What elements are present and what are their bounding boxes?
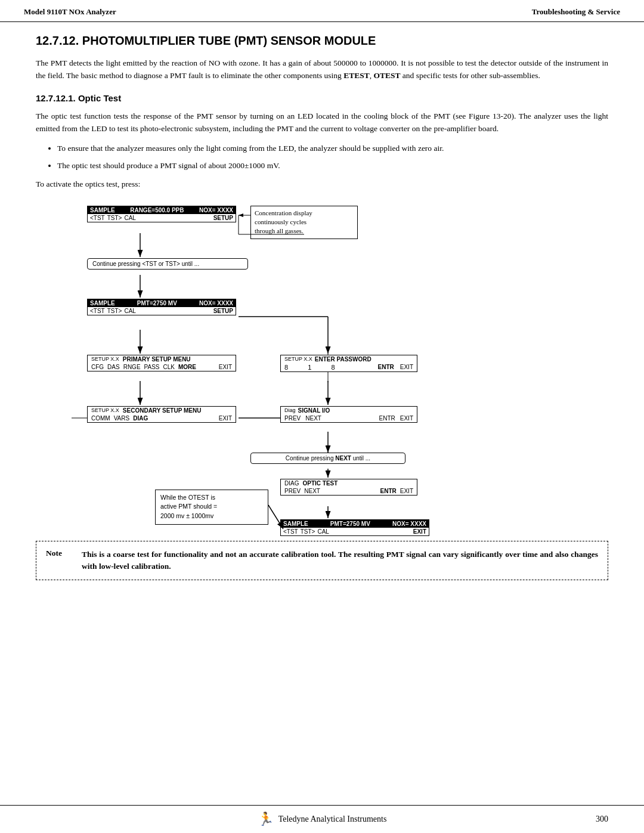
pw-label: SETUP X.X: [284, 356, 312, 362]
lcd1-tst-right: TST>: [107, 215, 122, 221]
footer-page: 300: [596, 815, 608, 824]
bullet-list: To ensure that the analyzer measures onl…: [57, 143, 608, 172]
pri-more: MORE: [178, 364, 196, 370]
note-section: Note This is a coarse test for functiona…: [36, 541, 608, 581]
pw-title: ENTER PASSWORD: [315, 356, 371, 363]
primary-title: PRIMARY SETUP MENU: [123, 356, 191, 363]
optic-prev: PREV: [284, 488, 301, 494]
lcd3-pmt: PMT=2750 MV: [330, 521, 370, 527]
lcd2-nox: NOX= XXXX: [199, 300, 233, 306]
password-box: SETUP X.X ENTER PASSWORD 8 1 8 ENTR EXIT: [280, 355, 417, 372]
header-right: Troubleshooting & Service: [532, 7, 620, 17]
lcd3-cal: CAL: [317, 528, 329, 535]
secondary-label: SETUP X.X: [91, 407, 119, 413]
otest-text: While the OTEST isactive PMT should =200…: [160, 494, 217, 520]
pri-das: DAS: [107, 364, 120, 370]
pri-exit: EXIT: [219, 364, 232, 370]
note-text: This is a coarse test for functionality …: [82, 549, 598, 573]
annotation-text: Concentration displaycontinuously cycles…: [255, 209, 312, 235]
page-content: 12.7.12. PHOTOMULTIPLIER TUBE (PMT) SENS…: [0, 22, 644, 805]
optic-paragraph: The optic test function tests the respon…: [36, 110, 608, 135]
intro-paragraph: The PMT detects the light emitted by the…: [36, 57, 608, 82]
bullet-1: To ensure that the analyzer measures onl…: [57, 143, 608, 155]
lcd2-tst-right: TST>: [107, 308, 122, 314]
footer-logo-icon: 🏃: [258, 812, 274, 827]
otest-note-box: While the OTEST isactive PMT should =200…: [155, 490, 268, 525]
sec-exit: EXIT: [219, 415, 232, 422]
secondary-setup-menu: SETUP X.X SECONDARY SETUP MENU COMM VARS…: [87, 406, 236, 423]
signal-io-box: Diag SIGNAL I/O PREV NEXT ENTR EXIT: [280, 406, 417, 423]
sig-label: Diag: [284, 407, 296, 413]
sec-vars: VARS: [114, 415, 130, 422]
lcd3-sample: SAMPLE: [283, 521, 308, 527]
continue1-text: Continue pressing <TST or TST> until ...: [92, 261, 199, 267]
pri-pass: PASS: [144, 364, 160, 370]
annotation-concentration: Concentration displaycontinuously cycles…: [250, 206, 358, 239]
sec-diag: DIAG: [133, 415, 148, 422]
lcd-box-1: SAMPLE RANGE=500.0 PPB NOX= XXXX <TST TS…: [87, 206, 236, 222]
lcd2-cal: CAL: [124, 308, 135, 314]
pri-clk: CLK: [163, 364, 175, 370]
lcd2-tst-left: <TST: [90, 308, 105, 314]
optic-title: OPTIC TEST: [302, 480, 338, 487]
continue2-text: Continue pressing NEXT until ...: [286, 455, 370, 462]
lcd1-range: RANGE=500.0 PPB: [130, 207, 184, 213]
lcd3-nox: NOX= XXXX: [392, 521, 426, 527]
sig-prev: PREV: [284, 415, 301, 422]
chapter-title: 12.7.12. PHOTOMULTIPLIER TUBE (PMT) SENS…: [36, 34, 608, 48]
optic-label: DIAG: [284, 480, 299, 487]
pw-nums: 8 1 8: [284, 364, 339, 371]
lcd1-cal: CAL: [124, 215, 135, 221]
sec-comm: COMM: [91, 415, 110, 422]
lcd1-nox: NOX= XXXX: [199, 207, 233, 213]
primary-label: SETUP X.X: [91, 356, 119, 362]
bullet-2: The optic test should produce a PMT sign…: [57, 160, 608, 172]
note-label: Note: [46, 549, 70, 558]
pw-entr: ENTR: [378, 364, 394, 370]
pri-cfg: CFG: [91, 364, 104, 370]
page-header: Model 9110T NOx Analyzer Troubleshooting…: [0, 0, 644, 22]
sig-next: NEXT: [305, 415, 321, 422]
continue-box-1: Continue pressing <TST or TST> until ...: [87, 258, 248, 270]
pri-rnge: RNGE: [123, 364, 141, 370]
lcd2-setup: SETUP: [213, 308, 233, 314]
header-left: Model 9110T NOx Analyzer: [24, 7, 116, 17]
lcd3-tst-right: TST>: [301, 528, 315, 535]
secondary-title: SECONDARY SETUP MENU: [123, 407, 202, 414]
optic-test-menu: DIAG OPTIC TEST PREV NEXT ENTR EXIT: [280, 479, 417, 496]
lcd1-setup: SETUP: [213, 215, 233, 221]
sig-entr: ENTR: [379, 415, 395, 422]
page: Model 9110T NOx Analyzer Troubleshooting…: [0, 0, 644, 833]
sig-title: SIGNAL I/O: [298, 407, 330, 414]
lcd2-pmt: PMT=2750 MV: [137, 300, 177, 306]
sig-exit: EXIT: [400, 415, 413, 422]
lcd1-tst-left: <TST: [90, 215, 105, 221]
lcd3-tst-left: <TST: [283, 528, 298, 535]
lcd1-sample: SAMPLE: [90, 207, 115, 213]
primary-setup-menu: SETUP X.X PRIMARY SETUP MENU CFG DAS RNG…: [87, 355, 236, 371]
diagram-area: SAMPLE RANGE=500.0 PPB NOX= XXXX <TST TS…: [36, 197, 608, 531]
activate-text: To activate the optics test, press:: [36, 179, 608, 189]
section-title: 12.7.12.1. Optic Test: [36, 93, 608, 103]
optic-next: NEXT: [304, 488, 320, 494]
footer-company: Teledyne Analytical Instruments: [278, 815, 387, 824]
continue-box-2: Continue pressing NEXT until ...: [250, 453, 405, 464]
pw-exit: EXIT: [400, 364, 413, 370]
lcd3-exit: EXIT: [413, 528, 426, 535]
optic-entr: ENTR: [380, 488, 397, 494]
optic-exit: EXIT: [400, 488, 413, 494]
lcd-box-2: SAMPLE PMT=2750 MV NOX= XXXX <TST TST> C…: [87, 299, 236, 315]
lcd-box-3: SAMPLE PMT=2750 MV NOX= XXXX <TST TST> C…: [280, 519, 429, 536]
footer: 🏃 Teledyne Analytical Instruments 300: [0, 805, 644, 833]
lcd2-sample: SAMPLE: [90, 300, 115, 306]
